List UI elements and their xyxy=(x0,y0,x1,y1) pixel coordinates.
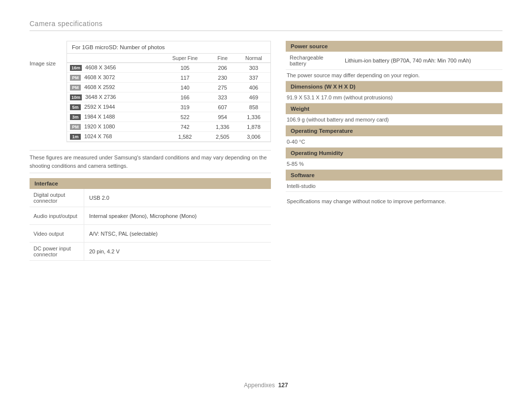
photo-count-header: For 1GB microSD: Number of photos xyxy=(67,41,270,54)
table-row: PM 4608 X 3072 117 230 337 xyxy=(67,73,270,83)
section-header: Operating Humidity xyxy=(286,148,502,158)
right-column: Power source Rechargeable battery Lithiu… xyxy=(286,41,502,261)
col-fine: Fine xyxy=(208,54,237,63)
left-column: Image size For 1GB microSD: Number of ph… xyxy=(30,41,271,261)
spec-value: 91.9 X 53.1 X 17.0 mm (without protrusio… xyxy=(286,92,502,103)
table-row: 3m 1984 X 1488 522 954 1,336 xyxy=(67,112,270,122)
spec-value: Intelli-studio xyxy=(286,181,502,192)
table-row: 1m 1024 X 768 1,582 2,505 3,006 xyxy=(67,132,270,142)
interface-value: USB 2.0 xyxy=(84,189,271,207)
interface-label: DC power input connector xyxy=(30,243,84,260)
interface-row: DC power input connector 20 pin, 4.2 V xyxy=(30,243,271,261)
spec-label: Rechargeable battery xyxy=(286,52,340,69)
page: Camera specifications Image size For 1GB… xyxy=(0,0,532,401)
interface-section: Interface Digital output connector USB 2… xyxy=(30,178,271,261)
section-header: Operating Temperature xyxy=(286,125,502,136)
interface-value: 20 pin, 4.2 V xyxy=(84,243,271,260)
spec-value: 106.9 g (without battery and memory card… xyxy=(286,114,502,125)
interface-row: Audio input/output Internal speaker (Mon… xyxy=(30,207,271,225)
spec-value: 5-85 % xyxy=(286,158,502,170)
right-section: Power source Rechargeable battery Lithiu… xyxy=(286,41,502,81)
table-row: 16m 4608 X 3456 105 206 303 xyxy=(67,63,270,73)
spec-note: The power source may differ depending on… xyxy=(286,70,502,81)
right-section: Operating Temperature0-40 °C xyxy=(286,125,502,148)
interface-row: Digital output connector USB 2.0 xyxy=(30,189,271,207)
interface-label: Video output xyxy=(30,225,84,242)
table-row: 5m 2592 X 1944 319 607 858 xyxy=(67,102,270,112)
section-header: Software xyxy=(286,170,502,181)
interface-label: Audio input/output xyxy=(30,207,84,224)
col-super-fine: Super Fine xyxy=(162,54,208,63)
page-title: Camera specifications xyxy=(30,20,502,28)
table-row: PM 4608 X 2592 140 275 406 xyxy=(67,83,270,93)
right-section: Dimensions (W X H X D)91.9 X 53.1 X 17.0… xyxy=(286,81,502,103)
section-header: Power source xyxy=(286,41,502,52)
interface-value: Internal speaker (Mono), Microphone (Mon… xyxy=(84,207,271,224)
spec-row: Rechargeable battery Lithium-ion battery… xyxy=(286,52,502,70)
interface-row: Video output A/V: NTSC, PAL (selectable) xyxy=(30,225,271,243)
table-row: 10m 3648 X 2736 166 323 469 xyxy=(67,93,270,102)
spec-value: Lithium-ion battery (BP70A, 740 mAh: Min… xyxy=(340,52,502,69)
spec-value: 0-40 °C xyxy=(286,136,502,148)
footer-label: Appendixes xyxy=(244,382,275,389)
section-header: Weight xyxy=(286,103,502,114)
photo-count-note: These figures are measured under Samsung… xyxy=(30,150,271,173)
footer-page: 127 xyxy=(278,382,288,389)
col-normal: Normal xyxy=(237,54,270,63)
photo-count-table: Super Fine Fine Normal 16m 4608 X 3456 1… xyxy=(67,54,270,142)
section-header: Dimensions (W X H X D) xyxy=(286,81,502,92)
table-row: PM 1920 X 1080 742 1,336 1,878 xyxy=(67,122,270,132)
interface-label: Digital output connector xyxy=(30,189,84,207)
image-size-label: Image size xyxy=(30,41,66,147)
interface-header: Interface xyxy=(30,178,271,189)
right-section: Operating Humidity5-85 % xyxy=(286,148,502,170)
right-section: Weight106.9 g (without battery and memor… xyxy=(286,103,502,125)
right-section: SoftwareIntelli-studio xyxy=(286,170,502,192)
final-note: Specifications may change without notice… xyxy=(286,196,502,207)
interface-value: A/V: NTSC, PAL (selectable) xyxy=(84,225,271,242)
footer: Appendixes 127 xyxy=(0,382,532,389)
